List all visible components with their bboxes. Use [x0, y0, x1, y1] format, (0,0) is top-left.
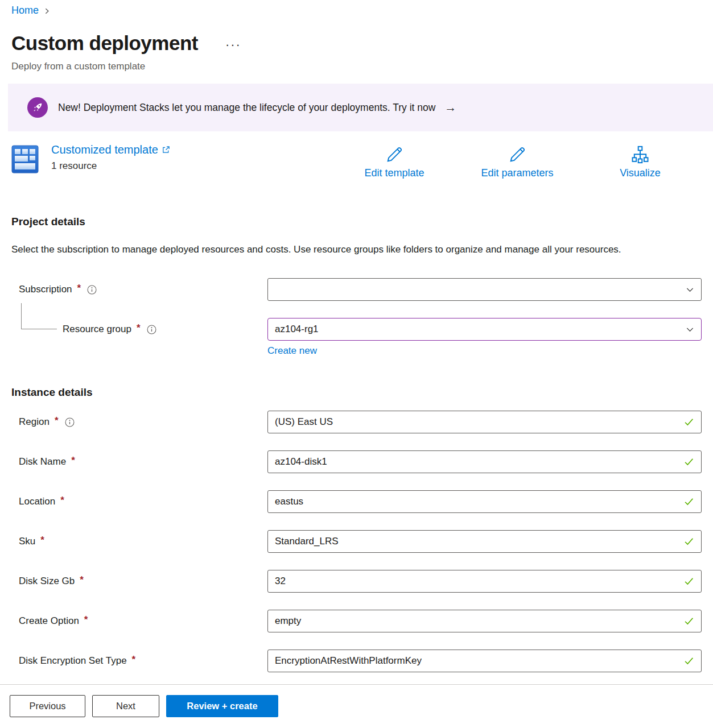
org-chart-icon: [630, 144, 650, 165]
template-icon: [11, 144, 39, 174]
more-menu-button[interactable]: ···: [223, 36, 244, 57]
create-option-row: Create Option *: [11, 610, 702, 632]
sku-row: Sku *: [11, 530, 702, 553]
disk-size-row: Disk Size Gb *: [11, 570, 702, 593]
next-button[interactable]: Next: [92, 695, 159, 717]
disk-encryption-set-type-input[interactable]: [267, 650, 702, 672]
previous-button[interactable]: Previous: [10, 695, 85, 717]
subscription-label: Subscription: [19, 284, 72, 295]
pencil-icon: [507, 144, 527, 165]
required-asterisk: *: [80, 574, 84, 586]
region-row: Region *: [11, 411, 702, 433]
subscription-row: Subscription *: [11, 278, 702, 301]
custom-deployment-page: Home Custom deployment ··· Deploy from a…: [0, 0, 713, 728]
required-asterisk: *: [40, 535, 44, 546]
edit-parameters-label: Edit parameters: [481, 167, 553, 179]
instance-details-heading: Instance details: [11, 385, 702, 400]
resource-group-label: Resource group: [63, 324, 131, 335]
project-details-description: Select the subscription to manage deploy…: [11, 241, 666, 258]
review-create-button[interactable]: Review + create: [166, 695, 278, 717]
required-asterisk: *: [132, 654, 136, 665]
pencil-icon: [384, 144, 405, 165]
subscription-dropdown[interactable]: [267, 278, 702, 301]
edit-parameters-button[interactable]: Edit parameters: [456, 144, 579, 179]
visualize-label: Visualize: [620, 167, 661, 179]
region-input[interactable]: [267, 411, 702, 433]
page-title: Custom deployment: [11, 30, 198, 57]
location-input[interactable]: [267, 490, 702, 513]
sku-label: Sku: [19, 536, 35, 547]
visualize-button[interactable]: Visualize: [579, 144, 702, 179]
resource-count: 1 resource: [51, 160, 170, 172]
chevron-right-icon: [43, 7, 51, 15]
create-new-link[interactable]: Create new: [267, 345, 317, 357]
template-actions: Edit template Edit parameters Visualize: [333, 144, 702, 179]
info-icon[interactable]: [87, 285, 97, 295]
page-subtitle: Deploy from a custom template: [11, 60, 702, 73]
disk-name-row: Disk Name *: [11, 450, 702, 473]
edit-template-button[interactable]: Edit template: [333, 144, 456, 179]
info-icon[interactable]: [65, 417, 75, 427]
create-option-input[interactable]: [267, 610, 702, 632]
project-details-heading: Project details: [11, 214, 702, 229]
subscription-resource-connector: [21, 303, 57, 329]
customized-template-link[interactable]: Customized template: [51, 143, 170, 156]
disk-encryption-set-type-label: Disk Encryption Set Type: [19, 655, 127, 667]
disk-size-label: Disk Size Gb: [19, 576, 75, 587]
required-asterisk: *: [60, 495, 64, 506]
template-summary: Customized template 1 resource Edit temp…: [11, 143, 702, 179]
required-asterisk: *: [84, 614, 88, 626]
banner-text: New! Deployment Stacks let you manage th…: [58, 102, 435, 114]
resource-group-value: az104-rg1: [275, 324, 319, 335]
sku-input[interactable]: [267, 530, 702, 553]
create-option-label: Create Option: [19, 615, 79, 627]
resource-group-dropdown[interactable]: az104-rg1: [267, 318, 702, 341]
info-icon[interactable]: [147, 325, 156, 334]
location-label: Location: [19, 496, 55, 507]
resource-group-row: Resource group * az104-rg1: [11, 318, 702, 341]
required-asterisk: *: [77, 283, 81, 294]
deployment-stacks-banner: New! Deployment Stacks let you manage th…: [8, 84, 713, 131]
disk-name-label: Disk Name: [19, 456, 66, 468]
disk-encryption-set-type-row: Disk Encryption Set Type *: [11, 650, 702, 672]
disk-name-input[interactable]: [267, 450, 702, 473]
rocket-icon: [27, 97, 48, 118]
wizard-footer: Previous Next Review + create: [0, 684, 713, 728]
disk-size-input[interactable]: [267, 570, 702, 593]
required-asterisk: *: [137, 322, 141, 334]
customized-template-label: Customized template: [51, 143, 158, 156]
location-row: Location *: [11, 490, 702, 513]
breadcrumb: Home: [11, 5, 702, 16]
banner-arrow-icon[interactable]: →: [444, 101, 456, 114]
external-link-icon: [162, 146, 170, 154]
region-label: Region: [19, 416, 50, 428]
required-asterisk: *: [55, 415, 59, 427]
edit-template-label: Edit template: [364, 167, 424, 179]
breadcrumb-home-link[interactable]: Home: [11, 5, 39, 16]
required-asterisk: *: [71, 455, 75, 466]
